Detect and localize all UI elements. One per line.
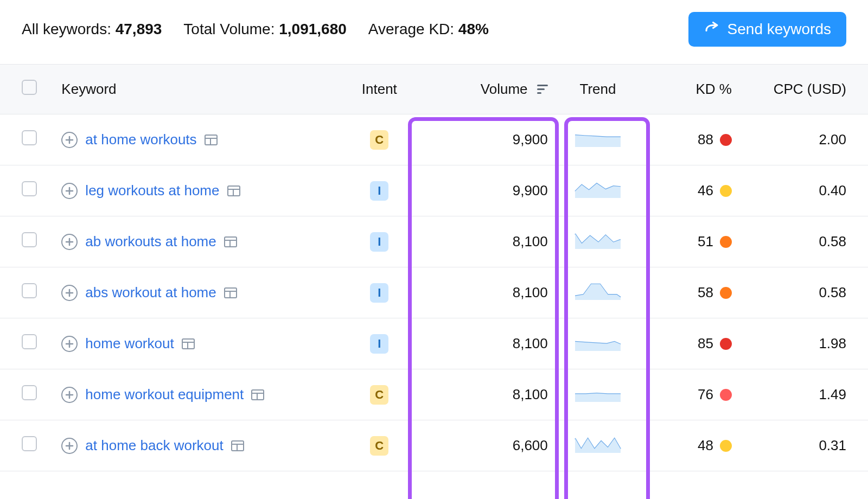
trend-sparkline[interactable] xyxy=(573,332,622,351)
stat-avg-kd: Average KD: 48% xyxy=(368,21,489,38)
keywords-table: Keyword Intent Volume Trend KD % CPC (US… xyxy=(0,64,868,471)
kd-difficulty-dot xyxy=(720,134,732,146)
stat-value: 47,893 xyxy=(116,21,162,37)
serp-icon[interactable] xyxy=(224,287,237,298)
table-row: home workout I 8,100 85 1.98 xyxy=(0,318,868,369)
keyword-link[interactable]: abs workout at home xyxy=(85,284,216,301)
row-checkbox[interactable] xyxy=(22,181,37,196)
expand-button[interactable] xyxy=(61,336,78,352)
send-keywords-button[interactable]: Send keywords xyxy=(688,12,846,47)
intent-badge[interactable]: C xyxy=(370,130,388,150)
kd-difficulty-dot xyxy=(720,440,732,452)
cpc-cell: 0.58 xyxy=(742,267,868,318)
column-header-trend[interactable]: Trend xyxy=(558,65,638,114)
volume-cell: 6,600 xyxy=(414,420,558,471)
serp-icon[interactable] xyxy=(205,135,218,145)
serp-icon[interactable] xyxy=(224,236,237,247)
trend-sparkline[interactable] xyxy=(573,231,622,249)
kd-difficulty-dot xyxy=(720,389,732,401)
cpc-cell: 1.98 xyxy=(742,318,868,369)
sort-desc-icon xyxy=(537,85,548,96)
kd-value: 85 xyxy=(698,335,713,352)
kd-value: 46 xyxy=(698,182,713,199)
trend-sparkline[interactable] xyxy=(573,129,622,147)
arrow-forward-icon xyxy=(704,21,720,37)
summary-bar: All keywords: 47,893 Total Volume: 1,091… xyxy=(0,0,868,64)
table-row: abs workout at home I 8,100 58 0.58 xyxy=(0,267,868,318)
trend-sparkline[interactable] xyxy=(573,434,622,453)
volume-cell: 9,900 xyxy=(414,114,558,165)
row-checkbox[interactable] xyxy=(22,232,37,247)
serp-icon[interactable] xyxy=(227,185,240,196)
plus-icon xyxy=(65,136,74,144)
table-row: leg workouts at home I 9,900 46 0.40 xyxy=(0,165,868,216)
select-all-checkbox[interactable] xyxy=(22,80,37,95)
row-checkbox[interactable] xyxy=(22,334,37,349)
row-checkbox[interactable] xyxy=(22,385,37,400)
intent-badge[interactable]: I xyxy=(370,334,388,354)
volume-cell: 8,100 xyxy=(414,318,558,369)
expand-button[interactable] xyxy=(61,285,78,301)
trend-sparkline[interactable] xyxy=(573,282,622,300)
intent-badge[interactable]: C xyxy=(370,436,388,456)
row-checkbox[interactable] xyxy=(22,283,37,298)
intent-badge[interactable]: C xyxy=(370,385,388,405)
intent-badge[interactable]: I xyxy=(370,181,388,201)
kd-value: 51 xyxy=(698,233,713,250)
kd-difficulty-dot xyxy=(720,338,732,350)
expand-button[interactable] xyxy=(61,132,78,148)
cpc-cell: 0.58 xyxy=(742,216,868,267)
cpc-cell: 2.00 xyxy=(742,114,868,165)
intent-badge[interactable]: I xyxy=(370,283,388,303)
kd-value: 48 xyxy=(698,437,713,454)
stat-label: All keywords: xyxy=(22,21,116,37)
cpc-cell: 1.49 xyxy=(742,369,868,420)
expand-button[interactable] xyxy=(61,234,78,250)
intent-badge[interactable]: I xyxy=(370,232,388,252)
volume-cell: 8,100 xyxy=(414,369,558,420)
volume-cell: 9,900 xyxy=(414,165,558,216)
keyword-link[interactable]: leg workouts at home xyxy=(85,182,219,199)
serp-icon[interactable] xyxy=(231,440,244,451)
keyword-link[interactable]: home workout equipment xyxy=(85,386,244,403)
table-row: ab workouts at home I 8,100 51 0.58 xyxy=(0,216,868,267)
column-header-volume[interactable]: Volume xyxy=(414,65,558,114)
kd-value: 58 xyxy=(698,284,713,301)
expand-button[interactable] xyxy=(61,183,78,199)
keyword-link[interactable]: home workout xyxy=(85,335,174,352)
serp-icon[interactable] xyxy=(251,389,264,400)
stat-label: Average KD: xyxy=(368,21,458,37)
keyword-link[interactable]: ab workouts at home xyxy=(85,233,216,250)
column-header-keyword[interactable]: Keyword xyxy=(52,65,344,114)
plus-icon xyxy=(65,442,74,450)
table-row: at home workouts C 9,900 88 2.00 xyxy=(0,114,868,165)
trend-sparkline[interactable] xyxy=(573,383,622,402)
table-row: at home back workout C 6,600 48 0.31 xyxy=(0,420,868,471)
keyword-link[interactable]: at home workouts xyxy=(85,131,196,148)
trend-sparkline[interactable] xyxy=(573,180,622,198)
column-header-kd[interactable]: KD % xyxy=(638,65,742,114)
column-header-checkbox[interactable] xyxy=(0,65,52,114)
plus-icon xyxy=(65,187,74,195)
expand-button[interactable] xyxy=(61,438,78,454)
row-checkbox[interactable] xyxy=(22,436,37,451)
svg-marker-41 xyxy=(575,438,621,453)
row-checkbox[interactable] xyxy=(22,130,37,145)
kd-value: 76 xyxy=(698,386,713,403)
plus-icon xyxy=(65,340,74,348)
cpc-cell: 0.40 xyxy=(742,165,868,216)
table-row: home workout equipment C 8,100 76 1.49 xyxy=(0,369,868,420)
keyword-link[interactable]: at home back workout xyxy=(85,437,223,454)
expand-button[interactable] xyxy=(61,387,78,403)
serp-icon[interactable] xyxy=(182,338,195,349)
volume-cell: 8,100 xyxy=(414,267,558,318)
plus-icon xyxy=(65,238,74,246)
column-header-cpc[interactable]: CPC (USD) xyxy=(742,65,868,114)
column-header-intent[interactable]: Intent xyxy=(345,65,414,114)
plus-icon xyxy=(65,289,74,297)
kd-value: 88 xyxy=(698,131,713,148)
cpc-cell: 0.31 xyxy=(742,420,868,471)
kd-difficulty-dot xyxy=(720,287,732,299)
kd-difficulty-dot xyxy=(720,185,732,197)
stat-label: Total Volume: xyxy=(183,21,279,37)
